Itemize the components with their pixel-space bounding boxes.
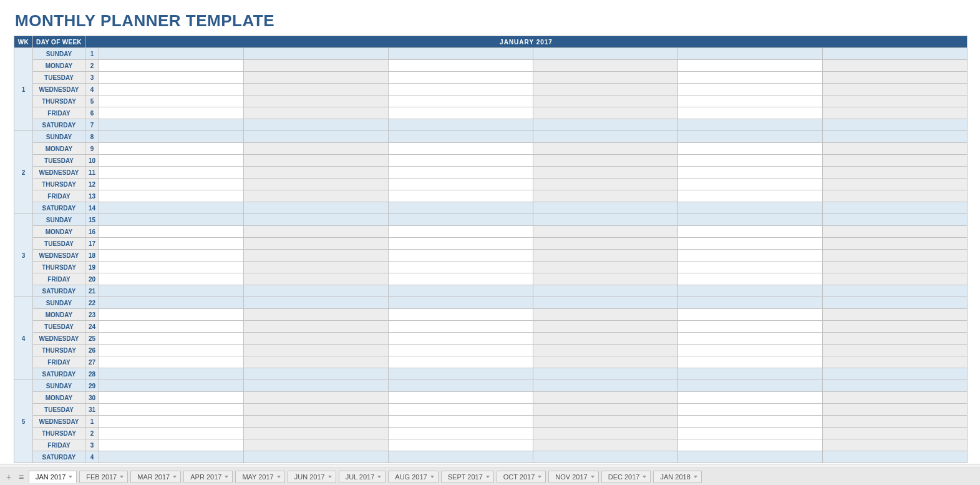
planner-slot[interactable] bbox=[823, 380, 968, 392]
planner-slot[interactable] bbox=[244, 238, 389, 250]
planner-slot[interactable] bbox=[678, 119, 823, 131]
planner-slot[interactable] bbox=[678, 226, 823, 238]
planner-slot[interactable] bbox=[533, 72, 678, 84]
planner-slot[interactable] bbox=[533, 179, 678, 190]
planner-slot[interactable] bbox=[533, 333, 678, 345]
planner-slot[interactable] bbox=[99, 155, 244, 167]
planner-slot[interactable] bbox=[99, 321, 244, 333]
sheet-tab[interactable]: DEC 2017 bbox=[601, 471, 651, 483]
planner-slot[interactable] bbox=[244, 72, 389, 84]
planner-slot[interactable] bbox=[244, 226, 389, 238]
planner-slot[interactable] bbox=[823, 214, 968, 226]
planner-slot[interactable] bbox=[678, 60, 823, 72]
planner-slot[interactable] bbox=[533, 285, 678, 297]
planner-slot[interactable] bbox=[678, 190, 823, 202]
planner-slot[interactable] bbox=[389, 250, 533, 262]
planner-slot[interactable] bbox=[823, 238, 968, 250]
planner-slot[interactable] bbox=[823, 309, 968, 321]
planner-slot[interactable] bbox=[244, 428, 389, 439]
sheet-tab[interactable]: OCT 2017 bbox=[497, 471, 546, 483]
planner-slot[interactable] bbox=[823, 250, 968, 262]
planner-slot[interactable] bbox=[389, 451, 533, 463]
planner-slot[interactable] bbox=[389, 285, 533, 297]
planner-slot[interactable] bbox=[389, 404, 533, 416]
planner-slot[interactable] bbox=[389, 333, 533, 345]
planner-slot[interactable] bbox=[678, 297, 823, 309]
planner-slot[interactable] bbox=[823, 179, 968, 190]
planner-slot[interactable] bbox=[389, 131, 533, 143]
planner-slot[interactable] bbox=[99, 238, 244, 250]
planner-slot[interactable] bbox=[678, 202, 823, 214]
planner-slot[interactable] bbox=[99, 202, 244, 214]
planner-slot[interactable] bbox=[389, 48, 533, 60]
planner-slot[interactable] bbox=[823, 356, 968, 368]
planner-slot[interactable] bbox=[823, 131, 968, 143]
planner-slot[interactable] bbox=[244, 214, 389, 226]
planner-slot[interactable] bbox=[389, 321, 533, 333]
planner-slot[interactable] bbox=[389, 416, 533, 428]
horizontal-scrollbar[interactable] bbox=[0, 464, 980, 468]
planner-slot[interactable] bbox=[99, 451, 244, 463]
planner-slot[interactable] bbox=[99, 226, 244, 238]
planner-slot[interactable] bbox=[99, 309, 244, 321]
sheet-tab[interactable]: SEPT 2017 bbox=[441, 471, 494, 483]
planner-slot[interactable] bbox=[244, 155, 389, 167]
planner-slot[interactable] bbox=[533, 155, 678, 167]
planner-slot[interactable] bbox=[678, 404, 823, 416]
sheet-tab[interactable]: FEB 2017 bbox=[79, 471, 128, 483]
planner-slot[interactable] bbox=[389, 238, 533, 250]
planner-slot[interactable] bbox=[678, 309, 823, 321]
planner-slot[interactable] bbox=[533, 214, 678, 226]
planner-slot[interactable] bbox=[678, 285, 823, 297]
planner-slot[interactable] bbox=[533, 250, 678, 262]
sheet-tab[interactable]: JAN 2018 bbox=[653, 471, 701, 483]
planner-slot[interactable] bbox=[389, 345, 533, 356]
planner-slot[interactable] bbox=[823, 262, 968, 273]
planner-slot[interactable] bbox=[823, 72, 968, 84]
planner-slot[interactable] bbox=[389, 96, 533, 107]
planner-slot[interactable] bbox=[99, 356, 244, 368]
sheet-tab[interactable]: MAY 2017 bbox=[235, 471, 284, 483]
all-sheets-button[interactable]: ≡ bbox=[16, 472, 26, 482]
planner-slot[interactable] bbox=[389, 119, 533, 131]
planner-slot[interactable] bbox=[823, 297, 968, 309]
planner-slot[interactable] bbox=[244, 451, 389, 463]
planner-slot[interactable] bbox=[678, 48, 823, 60]
planner-slot[interactable] bbox=[678, 143, 823, 155]
planner-slot[interactable] bbox=[533, 84, 678, 96]
planner-slot[interactable] bbox=[99, 297, 244, 309]
planner-slot[interactable] bbox=[823, 368, 968, 380]
planner-slot[interactable] bbox=[99, 345, 244, 356]
planner-slot[interactable] bbox=[533, 309, 678, 321]
sheet-tab[interactable]: AUG 2017 bbox=[388, 471, 438, 483]
planner-slot[interactable] bbox=[99, 392, 244, 404]
planner-slot[interactable] bbox=[823, 143, 968, 155]
planner-slot[interactable] bbox=[99, 96, 244, 107]
planner-slot[interactable] bbox=[244, 131, 389, 143]
planner-slot[interactable] bbox=[533, 345, 678, 356]
planner-slot[interactable] bbox=[99, 262, 244, 273]
planner-slot[interactable] bbox=[244, 190, 389, 202]
planner-slot[interactable] bbox=[533, 226, 678, 238]
planner-slot[interactable] bbox=[389, 60, 533, 72]
planner-slot[interactable] bbox=[678, 451, 823, 463]
sheet-tab[interactable]: NOV 2017 bbox=[548, 471, 598, 483]
planner-slot[interactable] bbox=[678, 333, 823, 345]
planner-slot[interactable] bbox=[389, 155, 533, 167]
planner-slot[interactable] bbox=[244, 416, 389, 428]
planner-slot[interactable] bbox=[244, 309, 389, 321]
planner-slot[interactable] bbox=[533, 96, 678, 107]
planner-slot[interactable] bbox=[533, 404, 678, 416]
planner-slot[interactable] bbox=[389, 167, 533, 179]
planner-slot[interactable] bbox=[244, 167, 389, 179]
planner-slot[interactable] bbox=[244, 179, 389, 190]
planner-slot[interactable] bbox=[678, 356, 823, 368]
sheet-tab[interactable]: APR 2017 bbox=[183, 471, 233, 483]
planner-slot[interactable] bbox=[99, 404, 244, 416]
planner-slot[interactable] bbox=[533, 238, 678, 250]
planner-slot[interactable] bbox=[533, 167, 678, 179]
planner-slot[interactable] bbox=[533, 202, 678, 214]
planner-slot[interactable] bbox=[533, 48, 678, 60]
planner-slot[interactable] bbox=[389, 297, 533, 309]
sheet-tab[interactable]: MAR 2017 bbox=[130, 471, 181, 483]
